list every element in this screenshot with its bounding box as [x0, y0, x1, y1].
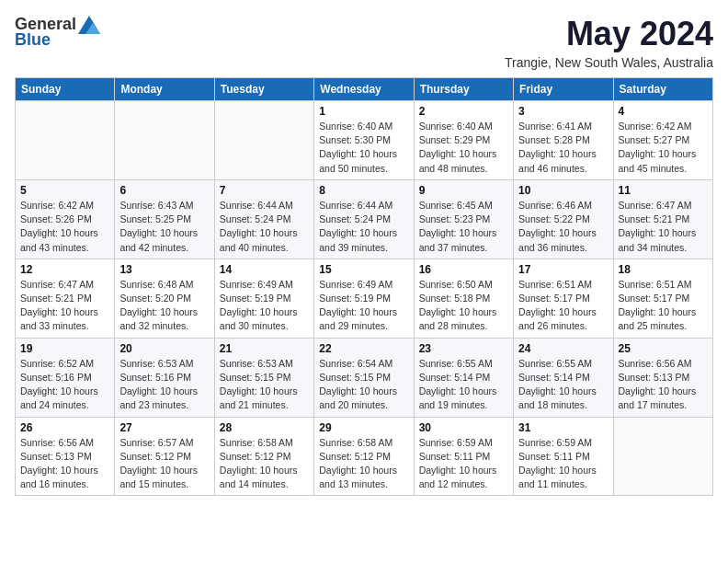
day-number: 29: [319, 421, 408, 434]
calendar-cell: 2Sunrise: 6:40 AM Sunset: 5:29 PM Daylig…: [414, 101, 513, 180]
day-info: Sunrise: 6:54 AM Sunset: 5:15 PM Dayligh…: [319, 357, 408, 413]
day-number: 6: [119, 184, 209, 197]
day-info: Sunrise: 6:59 AM Sunset: 5:11 PM Dayligh…: [419, 436, 508, 492]
day-info: Sunrise: 6:59 AM Sunset: 5:11 PM Dayligh…: [518, 436, 608, 492]
calendar-cell: 22Sunrise: 6:54 AM Sunset: 5:15 PM Dayli…: [314, 338, 414, 417]
day-number: 8: [319, 184, 408, 197]
day-number: 18: [619, 263, 708, 276]
weekday-header-monday: Monday: [115, 78, 214, 101]
calendar-cell: 6Sunrise: 6:43 AM Sunset: 5:25 PM Daylig…: [115, 179, 214, 259]
calendar-cell: [115, 101, 214, 180]
day-info: Sunrise: 6:58 AM Sunset: 5:12 PM Dayligh…: [319, 436, 408, 492]
day-number: 9: [419, 184, 508, 197]
calendar-cell: 4Sunrise: 6:42 AM Sunset: 5:27 PM Daylig…: [613, 101, 712, 180]
calendar-cell: 9Sunrise: 6:45 AM Sunset: 5:23 PM Daylig…: [414, 179, 513, 259]
calendar-cell: 10Sunrise: 6:46 AM Sunset: 5:22 PM Dayli…: [514, 179, 613, 259]
calendar-cell: 12Sunrise: 6:47 AM Sunset: 5:21 PM Dayli…: [16, 259, 115, 338]
day-info: Sunrise: 6:53 AM Sunset: 5:15 PM Dayligh…: [220, 357, 309, 413]
day-number: 10: [518, 184, 608, 197]
day-info: Sunrise: 6:49 AM Sunset: 5:19 PM Dayligh…: [220, 278, 309, 334]
day-number: 20: [119, 342, 209, 355]
calendar: SundayMondayTuesdayWednesdayThursdayFrid…: [15, 77, 713, 496]
day-number: 24: [518, 342, 608, 355]
day-number: 7: [220, 184, 309, 197]
day-info: Sunrise: 6:42 AM Sunset: 5:26 PM Dayligh…: [20, 199, 109, 255]
calendar-cell: 26Sunrise: 6:56 AM Sunset: 5:13 PM Dayli…: [16, 417, 115, 496]
day-number: 21: [220, 342, 309, 355]
day-number: 23: [419, 342, 508, 355]
day-number: 15: [319, 263, 408, 276]
day-number: 25: [619, 342, 708, 355]
calendar-cell: 27Sunrise: 6:57 AM Sunset: 5:12 PM Dayli…: [115, 417, 214, 496]
calendar-header: SundayMondayTuesdayWednesdayThursdayFrid…: [16, 78, 713, 101]
day-info: Sunrise: 6:44 AM Sunset: 5:24 PM Dayligh…: [319, 199, 408, 255]
page-header: General Blue May 2024 Trangie, New South…: [15, 15, 713, 70]
day-number: 31: [518, 421, 608, 434]
calendar-week-4: 19Sunrise: 6:52 AM Sunset: 5:16 PM Dayli…: [16, 338, 713, 417]
day-info: Sunrise: 6:43 AM Sunset: 5:25 PM Dayligh…: [119, 199, 209, 255]
logo: General Blue: [15, 15, 100, 50]
calendar-cell: 5Sunrise: 6:42 AM Sunset: 5:26 PM Daylig…: [16, 179, 115, 259]
day-number: 12: [20, 263, 109, 276]
day-info: Sunrise: 6:42 AM Sunset: 5:27 PM Dayligh…: [619, 120, 708, 176]
day-info: Sunrise: 6:47 AM Sunset: 5:21 PM Dayligh…: [619, 199, 708, 255]
calendar-cell: 1Sunrise: 6:40 AM Sunset: 5:30 PM Daylig…: [314, 101, 414, 180]
weekday-header-saturday: Saturday: [613, 78, 712, 101]
day-info: Sunrise: 6:52 AM Sunset: 5:16 PM Dayligh…: [20, 357, 109, 413]
day-number: 2: [419, 105, 508, 118]
title-area: May 2024 Trangie, New South Wales, Austr…: [505, 15, 713, 70]
calendar-cell: 13Sunrise: 6:48 AM Sunset: 5:20 PM Dayli…: [115, 259, 214, 338]
calendar-cell: 8Sunrise: 6:44 AM Sunset: 5:24 PM Daylig…: [314, 179, 414, 259]
day-info: Sunrise: 6:41 AM Sunset: 5:28 PM Dayligh…: [518, 120, 608, 176]
calendar-cell: 28Sunrise: 6:58 AM Sunset: 5:12 PM Dayli…: [214, 417, 313, 496]
calendar-cell: [613, 417, 712, 496]
day-info: Sunrise: 6:49 AM Sunset: 5:19 PM Dayligh…: [319, 278, 408, 334]
day-info: Sunrise: 6:50 AM Sunset: 5:18 PM Dayligh…: [419, 278, 508, 334]
calendar-cell: 24Sunrise: 6:55 AM Sunset: 5:14 PM Dayli…: [514, 338, 613, 417]
weekday-header-wednesday: Wednesday: [314, 78, 414, 101]
day-number: 28: [220, 421, 309, 434]
day-info: Sunrise: 6:47 AM Sunset: 5:21 PM Dayligh…: [20, 278, 109, 334]
calendar-cell: 16Sunrise: 6:50 AM Sunset: 5:18 PM Dayli…: [414, 259, 513, 338]
calendar-cell: 30Sunrise: 6:59 AM Sunset: 5:11 PM Dayli…: [414, 417, 513, 496]
day-info: Sunrise: 6:55 AM Sunset: 5:14 PM Dayligh…: [518, 357, 608, 413]
weekday-header-thursday: Thursday: [414, 78, 513, 101]
calendar-week-5: 26Sunrise: 6:56 AM Sunset: 5:13 PM Dayli…: [16, 417, 713, 496]
calendar-cell: 20Sunrise: 6:53 AM Sunset: 5:16 PM Dayli…: [115, 338, 214, 417]
day-info: Sunrise: 6:46 AM Sunset: 5:22 PM Dayligh…: [518, 199, 608, 255]
day-info: Sunrise: 6:51 AM Sunset: 5:17 PM Dayligh…: [518, 278, 608, 334]
calendar-cell: 11Sunrise: 6:47 AM Sunset: 5:21 PM Dayli…: [613, 179, 712, 259]
calendar-cell: 31Sunrise: 6:59 AM Sunset: 5:11 PM Dayli…: [514, 417, 613, 496]
calendar-week-1: 1Sunrise: 6:40 AM Sunset: 5:30 PM Daylig…: [16, 101, 713, 180]
day-info: Sunrise: 6:40 AM Sunset: 5:29 PM Dayligh…: [419, 120, 508, 176]
day-number: 14: [220, 263, 309, 276]
subtitle: Trangie, New South Wales, Australia: [505, 55, 713, 70]
day-info: Sunrise: 6:45 AM Sunset: 5:23 PM Dayligh…: [419, 199, 508, 255]
weekday-header-tuesday: Tuesday: [214, 78, 313, 101]
day-number: 11: [619, 184, 708, 197]
calendar-cell: 21Sunrise: 6:53 AM Sunset: 5:15 PM Dayli…: [214, 338, 313, 417]
day-number: 16: [419, 263, 508, 276]
day-number: 17: [518, 263, 608, 276]
day-number: 26: [20, 421, 109, 434]
calendar-cell: 15Sunrise: 6:49 AM Sunset: 5:19 PM Dayli…: [314, 259, 414, 338]
day-info: Sunrise: 6:48 AM Sunset: 5:20 PM Dayligh…: [119, 278, 209, 334]
day-number: 3: [518, 105, 608, 118]
calendar-week-2: 5Sunrise: 6:42 AM Sunset: 5:26 PM Daylig…: [16, 179, 713, 259]
day-number: 19: [20, 342, 109, 355]
day-info: Sunrise: 6:44 AM Sunset: 5:24 PM Dayligh…: [220, 199, 309, 255]
day-info: Sunrise: 6:55 AM Sunset: 5:14 PM Dayligh…: [419, 357, 508, 413]
calendar-cell: [214, 101, 313, 180]
month-title: May 2024: [505, 15, 713, 53]
calendar-cell: 17Sunrise: 6:51 AM Sunset: 5:17 PM Dayli…: [514, 259, 613, 338]
day-number: 5: [20, 184, 109, 197]
calendar-cell: 14Sunrise: 6:49 AM Sunset: 5:19 PM Dayli…: [214, 259, 313, 338]
calendar-week-3: 12Sunrise: 6:47 AM Sunset: 5:21 PM Dayli…: [16, 259, 713, 338]
day-number: 13: [119, 263, 209, 276]
day-number: 30: [419, 421, 508, 434]
calendar-cell: 19Sunrise: 6:52 AM Sunset: 5:16 PM Dayli…: [16, 338, 115, 417]
day-info: Sunrise: 6:51 AM Sunset: 5:17 PM Dayligh…: [619, 278, 708, 334]
day-info: Sunrise: 6:56 AM Sunset: 5:13 PM Dayligh…: [619, 357, 708, 413]
day-number: 1: [319, 105, 408, 118]
calendar-cell: 18Sunrise: 6:51 AM Sunset: 5:17 PM Dayli…: [613, 259, 712, 338]
